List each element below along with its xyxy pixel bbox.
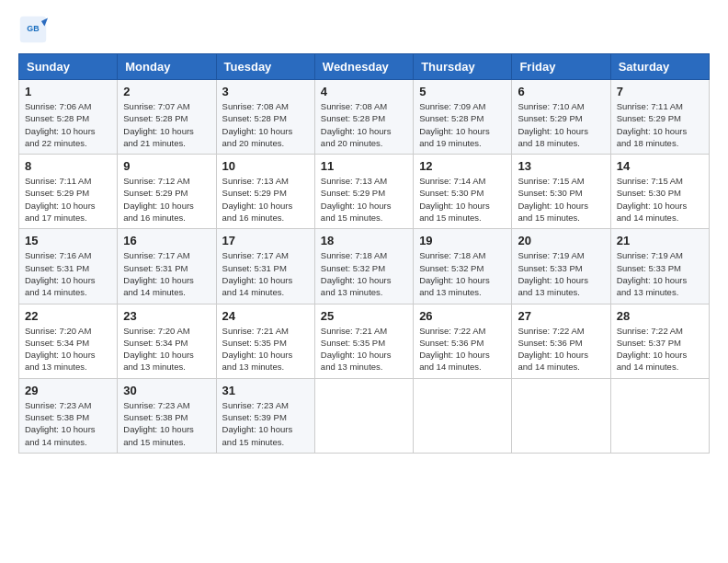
day-cell: 5 Sunrise: 7:09 AM Sunset: 5:28 PM Dayli… — [414, 80, 512, 155]
calendar-table: SundayMondayTuesdayWednesdayThursdayFrid… — [18, 53, 710, 454]
day-info: Sunrise: 7:09 AM Sunset: 5:28 PM Dayligh… — [419, 100, 506, 149]
day-cell: 9 Sunrise: 7:12 AM Sunset: 5:29 PM Dayli… — [118, 155, 216, 229]
day-cell: 11 Sunrise: 7:13 AM Sunset: 5:29 PM Dayl… — [314, 155, 413, 229]
week-row-3: 15 Sunrise: 7:16 AM Sunset: 5:31 PM Dayl… — [19, 229, 710, 304]
header-row: GB — [18, 15, 710, 44]
day-cell — [314, 378, 413, 453]
day-cell: 22 Sunrise: 7:20 AM Sunset: 5:34 PM Dayl… — [19, 304, 118, 378]
day-info: Sunrise: 7:12 AM Sunset: 5:29 PM Dayligh… — [123, 175, 210, 224]
day-header-monday: Monday — [118, 54, 216, 80]
day-header-saturday: Saturday — [610, 54, 709, 80]
day-info: Sunrise: 7:15 AM Sunset: 5:30 PM Dayligh… — [518, 175, 604, 224]
day-info: Sunrise: 7:20 AM Sunset: 5:34 PM Dayligh… — [123, 325, 210, 373]
day-cell: 28 Sunrise: 7:22 AM Sunset: 5:37 PM Dayl… — [610, 304, 709, 378]
week-row-4: 22 Sunrise: 7:20 AM Sunset: 5:34 PM Dayl… — [19, 304, 710, 378]
day-number: 9 — [123, 159, 210, 173]
day-info: Sunrise: 7:08 AM Sunset: 5:28 PM Dayligh… — [321, 100, 407, 149]
day-info: Sunrise: 7:10 AM Sunset: 5:29 PM Dayligh… — [518, 100, 604, 149]
day-cell: 17 Sunrise: 7:17 AM Sunset: 5:31 PM Dayl… — [216, 229, 314, 304]
day-cell: 1 Sunrise: 7:06 AM Sunset: 5:28 PM Dayli… — [19, 80, 118, 155]
day-number: 5 — [419, 85, 506, 98]
day-number: 16 — [123, 234, 210, 247]
day-cell: 7 Sunrise: 7:11 AM Sunset: 5:29 PM Dayli… — [610, 80, 709, 155]
day-info: Sunrise: 7:13 AM Sunset: 5:29 PM Dayligh… — [321, 175, 407, 224]
day-info: Sunrise: 7:16 AM Sunset: 5:31 PM Dayligh… — [25, 249, 111, 298]
week-row-5: 29 Sunrise: 7:23 AM Sunset: 5:38 PM Dayl… — [19, 378, 710, 453]
day-info: Sunrise: 7:22 AM Sunset: 5:36 PM Dayligh… — [419, 325, 506, 373]
day-info: Sunrise: 7:20 AM Sunset: 5:34 PM Dayligh… — [25, 325, 111, 373]
day-header-tuesday: Tuesday — [216, 54, 314, 80]
day-header-sunday: Sunday — [19, 54, 118, 80]
day-cell: 2 Sunrise: 7:07 AM Sunset: 5:28 PM Dayli… — [118, 80, 216, 155]
day-number: 18 — [321, 234, 407, 247]
day-info: Sunrise: 7:11 AM Sunset: 5:29 PM Dayligh… — [25, 175, 111, 224]
svg-text:GB: GB — [27, 24, 39, 33]
day-cell: 20 Sunrise: 7:19 AM Sunset: 5:33 PM Dayl… — [512, 229, 610, 304]
day-info: Sunrise: 7:15 AM Sunset: 5:30 PM Dayligh… — [617, 175, 703, 224]
week-row-1: 1 Sunrise: 7:06 AM Sunset: 5:28 PM Dayli… — [19, 80, 710, 155]
day-number: 15 — [25, 234, 111, 247]
day-cell — [610, 378, 709, 453]
day-number: 19 — [419, 234, 506, 247]
day-cell: 18 Sunrise: 7:18 AM Sunset: 5:32 PM Dayl… — [314, 229, 413, 304]
day-info: Sunrise: 7:13 AM Sunset: 5:29 PM Dayligh… — [222, 175, 309, 224]
day-number: 23 — [123, 309, 210, 323]
day-info: Sunrise: 7:23 AM Sunset: 5:39 PM Dayligh… — [222, 399, 309, 448]
day-cell — [414, 378, 512, 453]
day-info: Sunrise: 7:11 AM Sunset: 5:29 PM Dayligh… — [617, 100, 703, 149]
day-cell: 24 Sunrise: 7:21 AM Sunset: 5:35 PM Dayl… — [216, 304, 314, 378]
day-number: 8 — [25, 159, 111, 173]
day-cell: 29 Sunrise: 7:23 AM Sunset: 5:38 PM Dayl… — [19, 378, 118, 453]
logo-icon: GB — [18, 15, 48, 44]
day-info: Sunrise: 7:19 AM Sunset: 5:33 PM Dayligh… — [518, 249, 604, 298]
day-number: 28 — [617, 309, 703, 323]
day-cell: 8 Sunrise: 7:11 AM Sunset: 5:29 PM Dayli… — [19, 155, 118, 229]
day-info: Sunrise: 7:23 AM Sunset: 5:38 PM Dayligh… — [25, 399, 111, 448]
day-number: 27 — [518, 309, 604, 323]
day-number: 30 — [123, 384, 210, 397]
day-info: Sunrise: 7:23 AM Sunset: 5:38 PM Dayligh… — [123, 399, 210, 448]
day-info: Sunrise: 7:17 AM Sunset: 5:31 PM Dayligh… — [123, 249, 210, 298]
day-cell: 21 Sunrise: 7:19 AM Sunset: 5:33 PM Dayl… — [610, 229, 709, 304]
day-info: Sunrise: 7:21 AM Sunset: 5:35 PM Dayligh… — [321, 325, 407, 373]
day-number: 25 — [321, 309, 407, 323]
day-cell: 14 Sunrise: 7:15 AM Sunset: 5:30 PM Dayl… — [610, 155, 709, 229]
day-number: 24 — [222, 309, 309, 323]
day-cell: 25 Sunrise: 7:21 AM Sunset: 5:35 PM Dayl… — [314, 304, 413, 378]
day-number: 7 — [617, 85, 703, 98]
day-cell: 6 Sunrise: 7:10 AM Sunset: 5:29 PM Dayli… — [512, 80, 610, 155]
day-cell: 27 Sunrise: 7:22 AM Sunset: 5:36 PM Dayl… — [512, 304, 610, 378]
day-cell: 16 Sunrise: 7:17 AM Sunset: 5:31 PM Dayl… — [118, 229, 216, 304]
day-cell: 30 Sunrise: 7:23 AM Sunset: 5:38 PM Dayl… — [118, 378, 216, 453]
day-cell — [512, 378, 610, 453]
day-header-wednesday: Wednesday — [314, 54, 413, 80]
day-header-friday: Friday — [512, 54, 610, 80]
day-info: Sunrise: 7:17 AM Sunset: 5:31 PM Dayligh… — [222, 249, 309, 298]
day-cell: 26 Sunrise: 7:22 AM Sunset: 5:36 PM Dayl… — [414, 304, 512, 378]
day-number: 14 — [617, 159, 703, 173]
day-number: 2 — [123, 85, 210, 98]
logo: GB — [18, 15, 51, 44]
day-number: 1 — [25, 85, 111, 98]
day-header-thursday: Thursday — [414, 54, 512, 80]
day-info: Sunrise: 7:18 AM Sunset: 5:32 PM Dayligh… — [321, 249, 407, 298]
day-number: 17 — [222, 234, 309, 247]
day-number: 26 — [419, 309, 506, 323]
day-number: 6 — [518, 85, 604, 98]
day-cell: 12 Sunrise: 7:14 AM Sunset: 5:30 PM Dayl… — [414, 155, 512, 229]
day-number: 13 — [518, 159, 604, 173]
day-cell: 10 Sunrise: 7:13 AM Sunset: 5:29 PM Dayl… — [216, 155, 314, 229]
day-cell: 4 Sunrise: 7:08 AM Sunset: 5:28 PM Dayli… — [314, 80, 413, 155]
day-cell: 3 Sunrise: 7:08 AM Sunset: 5:28 PM Dayli… — [216, 80, 314, 155]
day-number: 4 — [321, 85, 407, 98]
day-number: 10 — [222, 159, 309, 173]
days-header-row: SundayMondayTuesdayWednesdayThursdayFrid… — [19, 54, 710, 80]
day-info: Sunrise: 7:18 AM Sunset: 5:32 PM Dayligh… — [419, 249, 506, 298]
day-number: 22 — [25, 309, 111, 323]
page: GB SundayMondayTuesdayWednesdayThursdayF… — [0, 0, 728, 563]
day-info: Sunrise: 7:22 AM Sunset: 5:37 PM Dayligh… — [617, 325, 703, 373]
day-number: 31 — [222, 384, 309, 397]
day-info: Sunrise: 7:22 AM Sunset: 5:36 PM Dayligh… — [518, 325, 604, 373]
day-cell: 13 Sunrise: 7:15 AM Sunset: 5:30 PM Dayl… — [512, 155, 610, 229]
day-info: Sunrise: 7:14 AM Sunset: 5:30 PM Dayligh… — [419, 175, 506, 224]
